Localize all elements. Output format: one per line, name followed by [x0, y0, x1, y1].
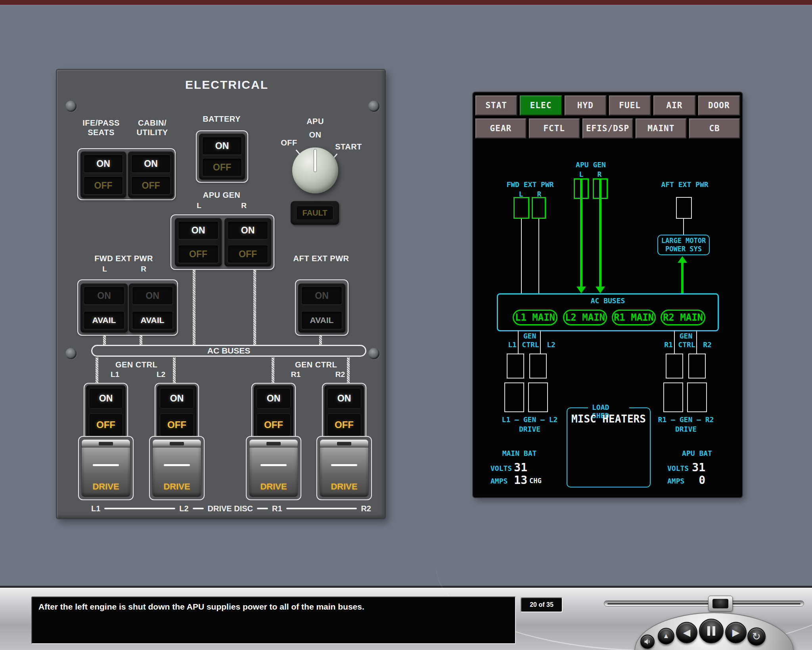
tab-maint[interactable]: MAINT [635, 118, 687, 139]
gen-ctrl-l2-box [529, 354, 547, 379]
cabin-on-button[interactable]: ON [131, 155, 170, 173]
tab-efis-dsp[interactable]: EFIS/DSP [582, 118, 634, 139]
wire [172, 358, 176, 383]
gen-l2-line [540, 331, 541, 354]
cabin-off-button[interactable]: OFF [131, 176, 170, 195]
progress-slider-thumb[interactable] [708, 596, 733, 612]
main-bat-amps-value: 13 [504, 474, 527, 487]
next-button[interactable]: ▶ [725, 622, 747, 643]
tab-row-2: GEAR FCTL EFIS/DSP MAINT CB [475, 118, 740, 139]
ife-off-button[interactable]: OFF [84, 176, 123, 195]
lmps-line1: LARGE MOTOR [661, 237, 706, 245]
apu-gen-label: APU GEN [203, 190, 241, 200]
tab-hyd[interactable]: HYD [564, 95, 607, 116]
wire [95, 358, 99, 383]
progress-slider-track[interactable] [604, 600, 804, 606]
lmps-feed-line [681, 262, 684, 293]
apu-gen-r-switch[interactable]: ON OFF [224, 218, 271, 266]
tab-door[interactable]: DOOR [698, 95, 740, 116]
fwd-ext-r-on-button[interactable]: ON [132, 287, 173, 305]
apu-gen-l-arrow [576, 287, 586, 293]
drive-disc-l2: L2 [179, 504, 188, 513]
gen-ctrl-l2-on-button[interactable]: ON [160, 388, 194, 409]
fwd-ext-l-avail-light[interactable]: AVAIL [84, 311, 124, 329]
tab-gear[interactable]: GEAR [475, 118, 527, 139]
screw-icon [368, 348, 379, 359]
apu-fault-indicator[interactable]: FAULT [291, 201, 339, 225]
tab-fctl[interactable]: FCTL [529, 118, 580, 139]
gen-ctrl-l2-off-button[interactable]: OFF [160, 413, 194, 436]
cabin-utility-label: CABIN/UTILITY [136, 118, 168, 137]
battery-on-button[interactable]: ON [202, 137, 242, 155]
apu-gen-l-switch[interactable]: ON OFF [175, 218, 222, 266]
fwd-ext-r-switch[interactable]: ON AVAIL [129, 283, 176, 333]
gen-drive-r1-box [663, 382, 683, 412]
dash-line [257, 508, 268, 509]
previous-button[interactable]: ◀ [676, 622, 697, 643]
gen-ctrl-r1-off-button[interactable]: OFF [257, 413, 291, 436]
aft-ext-switch[interactable]: ON AVAIL [298, 283, 345, 333]
dash-line [193, 508, 204, 509]
aft-ext-pwr-switch-group: ON AVAIL [295, 279, 349, 336]
pause-button[interactable] [699, 619, 724, 643]
bus-l2-main: L2 MAIN [563, 310, 607, 325]
guard-line [331, 464, 357, 466]
apu-knob-label: APU [306, 117, 324, 126]
dash-line [286, 508, 357, 509]
tab-stat[interactable]: STAT [475, 95, 517, 116]
gen-ctrl-l1-drive-guard[interactable]: DRIVE [81, 439, 130, 497]
gen-ctrl-l1-off-button[interactable]: OFF [89, 413, 123, 436]
syn-ac-buses-label: AC BUSES [498, 296, 718, 305]
syn-gen-right-bottom: R1 – GEN – R2 [658, 415, 714, 424]
aft-ext-avail-light[interactable]: AVAIL [301, 311, 342, 329]
gen-ctrl-r2-rocker[interactable]: ON OFF [324, 385, 364, 439]
syn-gen-left-ctrl: CTRL [521, 340, 540, 349]
fwd-ext-l-on-button[interactable]: ON [84, 287, 124, 305]
gen-ctrl-r2-off-button[interactable]: OFF [327, 413, 361, 436]
gen-ctrl-r1-on-button[interactable]: ON [257, 388, 291, 409]
fwd-ext-r-avail-light[interactable]: AVAIL [132, 311, 173, 329]
menu-button[interactable]: ▲ [658, 628, 674, 644]
tab-elec[interactable]: ELEC [519, 95, 562, 116]
gen-ctrl-r1-drive-label: DRIVE [249, 482, 298, 492]
cabin-utility-switch[interactable]: ON OFF [128, 151, 174, 198]
bus-r1-main: R1 MAIN [612, 310, 656, 325]
aft-ext-on-button[interactable]: ON [301, 287, 342, 305]
apu-bat-volts-value: 31 [682, 461, 705, 474]
fwd-ext-l-switch[interactable]: ON AVAIL [80, 283, 128, 333]
battery-switch[interactable]: ON OFF [199, 134, 245, 180]
gen-ctrl-r1-drive-guard[interactable]: DRIVE [249, 439, 298, 497]
apu-gen-l-off-button[interactable]: OFF [178, 245, 218, 263]
main-bat-label: MAIN BAT [502, 449, 537, 457]
gen-ctrl-r2-on-button[interactable]: ON [327, 388, 361, 409]
apu-gen-r-on-button[interactable]: ON [228, 221, 268, 239]
volume-button[interactable] [640, 635, 655, 649]
replay-button[interactable]: ↻ [747, 627, 766, 646]
gen-ctrl-r2-drive-guard[interactable]: DRIVE [320, 439, 369, 497]
fwd-ext-pwr-switch-group: ON AVAIL ON AVAIL [77, 279, 178, 336]
ife-pass-seats-switch[interactable]: ON OFF [80, 151, 126, 198]
syn-apu-gen-l: L [579, 170, 584, 178]
tab-row-1: STAT ELEC HYD FUEL AIR DOOR [475, 95, 740, 116]
gen-ctrl-r1-rocker[interactable]: ON OFF [254, 385, 293, 439]
screw-icon [65, 348, 77, 359]
slider-thumb-core [712, 599, 728, 608]
apu-gen-r-off-button[interactable]: OFF [228, 245, 268, 263]
gen-ctrl-l2-rocker[interactable]: ON OFF [157, 385, 197, 439]
guard-hinge [249, 440, 298, 447]
ife-on-button[interactable]: ON [84, 155, 123, 173]
aft-ext-pwr-label: AFT EXT PWR [293, 254, 349, 263]
gen-ctrl-l1-rocker[interactable]: ON OFF [86, 385, 126, 439]
gen-ctrl-r2-switch: ON OFF DRIVE [316, 383, 373, 500]
apu-gen-r-label: R [241, 201, 247, 210]
tab-air[interactable]: AIR [653, 95, 695, 116]
pause-icon [707, 626, 710, 636]
tab-cb[interactable]: CB [689, 118, 740, 139]
tab-fuel[interactable]: FUEL [609, 95, 651, 116]
battery-off-button[interactable]: OFF [202, 158, 242, 176]
gen-ctrl-l2-drive-guard[interactable]: DRIVE [152, 439, 201, 497]
gen-ctrl-l1-on-button[interactable]: ON [89, 388, 123, 409]
apu-gen-l-on-button[interactable]: ON [178, 221, 218, 239]
gen-ctrl-l1-box [507, 354, 524, 379]
aft-ext-line [683, 219, 684, 235]
